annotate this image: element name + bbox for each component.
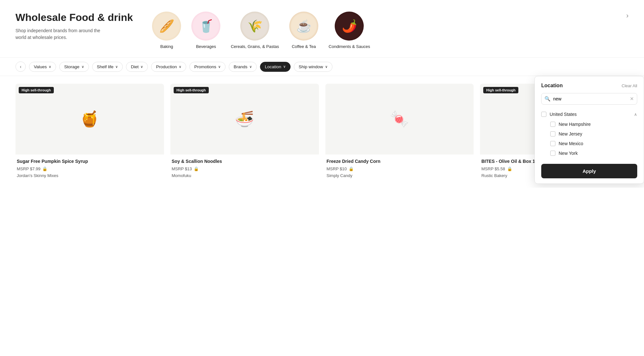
filter-label-shelf-life: Shelf life [97,64,114,69]
clear-all-link[interactable]: Clear All [622,83,637,88]
category-next-arrow[interactable]: › [626,12,629,20]
category-item-cereals[interactable]: 🌾 Cereals, Grains, & Pastas [231,12,279,50]
category-label-baking: Baking [160,44,173,50]
location-name-us: United States [550,112,577,117]
lock-icon-p4: 🔒 [507,166,512,171]
category-list: 🥖 Baking 🥤 Beverages 🌾 Cereals, Grains, … [152,12,607,50]
product-price-p2: MSRP $13 🔒 [172,166,318,171]
location-name-ny: New York [559,151,578,156]
clear-search-icon[interactable]: ✕ [630,96,634,102]
filter-label-brands: Brands [234,64,247,69]
product-brand-p2: Momofuku [172,173,318,178]
product-brand-p1: Jordan's Skinny Mixes [17,173,163,178]
filter-label-location: Location [265,64,281,69]
checkbox-ny[interactable] [550,151,555,156]
filter-btn-brands[interactable]: Brands∨ [229,62,257,72]
filter-btn-storage[interactable]: Storage∨ [59,62,89,72]
category-item-baking[interactable]: 🥖 Baking [152,12,181,50]
category-img-coffee: ☕ [289,12,318,41]
category-item-beverages[interactable]: 🥤 Beverages [191,12,220,50]
filter-btn-production[interactable]: Production∨ [151,62,186,72]
filter-btn-diet[interactable]: Diet∨ [126,62,148,72]
main-content: High sell-through 🍯 Sugar Free Pumpkin S… [0,76,644,188]
product-badge-p2: High sell-through [174,87,209,93]
filter-btn-shelf-life[interactable]: Shelf life∨ [92,62,123,72]
product-name-p3: Freeze Dried Candy Corn [327,158,473,164]
filter-label-promotions: Promotions [194,64,216,69]
product-card[interactable]: 🍬 Freeze Dried Candy Corn MSRP $10 🔒 Sim… [325,84,474,180]
filter-chevron-values: ∨ [49,65,51,69]
location-child-nh[interactable]: New Hampshire [541,119,637,129]
product-info-p3: Freeze Dried Candy Corn MSRP $10 🔒 Simpl… [325,155,474,180]
filter-btn-location[interactable]: Location∧ [260,62,291,72]
product-card[interactable]: High sell-through 🍯 Sugar Free Pumpkin S… [15,84,164,180]
product-price-p3: MSRP $10 🔒 [327,166,473,171]
product-name-p2: Soy & Scallion Noodles [172,158,318,164]
product-badge-p4: High sell-through [483,87,518,93]
filter-chevron-diet: ∨ [140,65,143,69]
filter-chevron-ship-window: ∨ [325,65,328,69]
location-search-input[interactable] [541,93,637,105]
filter-chevron-shelf-life: ∨ [115,65,118,69]
dropdown-header: Location Clear All [541,83,637,89]
page-title: Wholesale Food & drink [15,12,133,23]
filter-btn-ship-window[interactable]: Ship window∨ [294,62,332,72]
product-emoji-p1: 🍯 [15,84,164,155]
checkbox-nj[interactable] [550,131,555,136]
product-info-p1: Sugar Free Pumpkin Spice Syrup MSRP $7.9… [15,155,164,180]
filter-chevron-production: ∨ [179,65,181,69]
apply-button[interactable]: Apply [541,164,637,178]
product-emoji-p3: 🍬 [325,84,474,155]
category-label-condiments: Condiments & Sauces [329,44,370,50]
location-parent-us[interactable]: United States ∧ [541,109,637,119]
category-label-beverages: Beverages [196,44,216,50]
product-name-p1: Sugar Free Pumpkin Spice Syrup [17,158,163,164]
product-price-p1: MSRP $7.99 🔒 [17,166,163,171]
category-img-cereals: 🌾 [240,12,269,41]
location-list: United States ∧ New Hampshire New Jersey… [541,109,637,159]
category-item-condiments[interactable]: 🌶️ Condiments & Sauces [329,12,370,50]
category-item-coffee[interactable]: ☕ Coffee & Tea [289,12,318,50]
filters-bar: ‹ Values∨Storage∨Shelf life∨Diet∨Product… [0,57,644,76]
category-img-beverages: 🥤 [191,12,220,41]
dropdown-title: Location [541,83,563,89]
checkbox-nh[interactable] [550,122,555,127]
hero-section: Wholesale Food & drink Shop independent … [0,0,644,57]
lock-icon-p1: 🔒 [42,166,47,171]
location-group-us: United States ∧ New Hampshire New Jersey… [541,109,637,158]
product-badge-p1: High sell-through [19,87,54,93]
location-child-ny[interactable]: New York [541,148,637,158]
checkbox-us[interactable] [541,112,546,117]
lock-icon-p2: 🔒 [194,166,199,171]
product-brand-p3: Simply Candy [327,173,473,178]
location-name-nh: New Hampshire [559,122,591,127]
location-name-nj: New Jersey [559,131,582,136]
product-card[interactable]: High sell-through 🍜 Soy & Scallion Noodl… [170,84,319,180]
hero-text: Wholesale Food & drink Shop independent … [15,12,133,41]
filter-scroll-left[interactable]: ‹ [15,61,26,72]
filter-label-values: Values [34,64,47,69]
search-icon: 🔍 [544,96,551,102]
category-label-cereals: Cereals, Grains, & Pastas [231,44,279,50]
location-name-nm: New Mexico [559,141,583,146]
product-image-p2: High sell-through 🍜 [170,84,319,155]
category-label-coffee: Coffee & Tea [292,44,316,50]
location-chevron-us: ∧ [634,112,637,117]
location-parent-left-us: United States [541,112,577,117]
filter-label-production: Production [156,64,177,69]
product-emoji-p2: 🍜 [170,84,319,155]
filter-chevron-promotions: ∨ [218,65,221,69]
filter-btn-values[interactable]: Values∨ [29,62,56,72]
location-dropdown: Location Clear All 🔍 ✕ United States ∧ N… [534,76,644,184]
product-image-p1: High sell-through 🍯 [15,84,164,155]
lock-icon-p3: 🔒 [349,166,354,171]
search-wrap: 🔍 ✕ [541,93,637,105]
category-img-baking: 🥖 [152,12,181,41]
location-child-nj[interactable]: New Jersey [541,129,637,139]
checkbox-nm[interactable] [550,141,555,146]
filter-btn-promotions[interactable]: Promotions∨ [189,62,226,72]
filter-label-storage: Storage [64,64,79,69]
filter-chevron-storage: ∨ [82,65,84,69]
filter-chevron-brands: ∨ [249,65,252,69]
location-child-nm[interactable]: New Mexico [541,139,637,148]
